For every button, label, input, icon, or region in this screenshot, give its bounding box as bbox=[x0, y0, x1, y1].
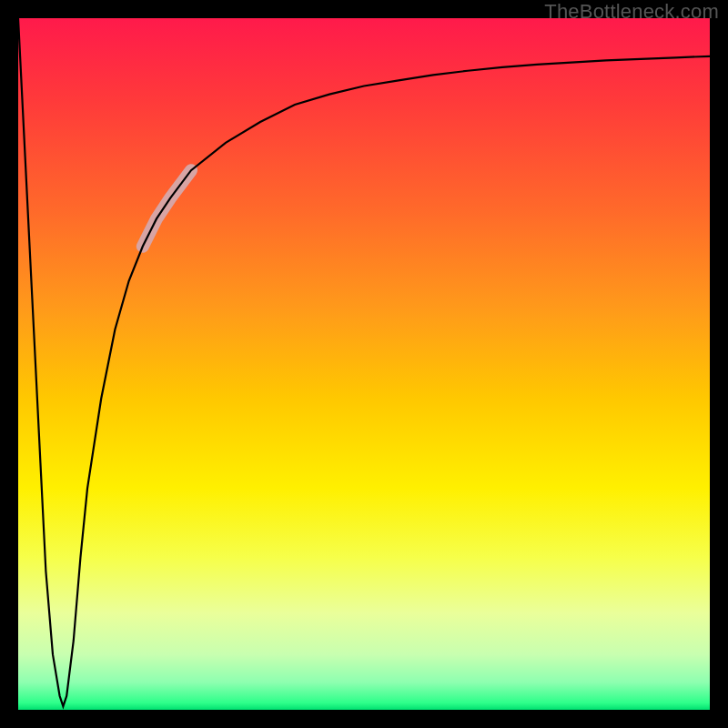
highlight-segment bbox=[143, 170, 191, 247]
curve-layer bbox=[18, 18, 710, 710]
watermark-text: TheBottleneck.com bbox=[544, 0, 719, 24]
main-curve bbox=[18, 18, 710, 706]
chart-stage: TheBottleneck.com bbox=[0, 0, 728, 728]
